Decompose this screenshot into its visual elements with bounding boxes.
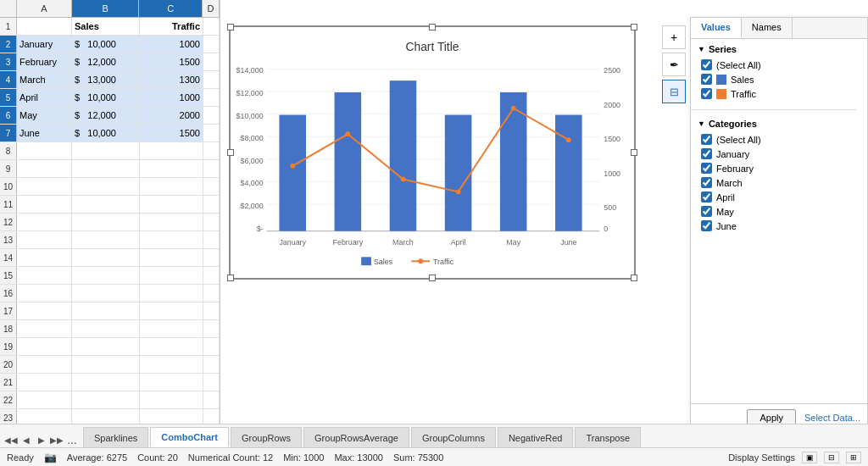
cell-d9[interactable] [203,160,220,177]
tab-names[interactable]: Names [742,18,793,38]
cell-c12[interactable] [140,214,203,230]
cell-a20[interactable] [17,356,72,373]
chart-handle-mr[interactable] [631,149,637,156]
cell-b21[interactable] [72,374,140,391]
cell-c20[interactable] [140,356,203,373]
chart-handle-tr[interactable] [631,24,637,31]
chart-handle-tl[interactable] [227,24,234,31]
tab-sparklines[interactable]: Sparklines [83,427,148,447]
chart-handle-tm[interactable] [429,24,436,31]
col-header-d[interactable]: D [203,0,220,17]
chart-filter-button[interactable]: ⊟ [662,80,686,103]
cell-a7[interactable]: June [17,125,72,141]
series-traffic-checkbox[interactable] [701,88,712,99]
cell-b12[interactable] [72,214,140,230]
chart-handle-bl[interactable] [227,275,234,281]
cell-b9[interactable] [72,160,140,177]
cell-b4[interactable]: $ 13,000 [72,71,140,88]
cell-d6[interactable] [203,107,220,124]
cell-c9[interactable] [140,160,203,177]
cell-c4[interactable]: 1300 [140,71,203,88]
cell-a4[interactable]: March [17,71,72,88]
select-data-link[interactable]: Select Data... [804,413,860,423]
cell-c18[interactable] [140,320,203,337]
tab-negativered[interactable]: NegativeRed [498,427,574,447]
sheet-nav-next[interactable]: ▶ [34,432,49,447]
cell-c14[interactable] [140,249,203,266]
cell-a5[interactable]: April [17,89,72,106]
col-header-c[interactable]: C [139,0,203,17]
cell-d7[interactable] [203,125,220,141]
cell-c17[interactable] [140,302,203,319]
add-chart-element-button[interactable]: + [662,25,686,49]
cell-c2[interactable]: 1000 [140,36,203,53]
cell-a22[interactable] [17,391,72,408]
cell-d13[interactable] [203,231,220,248]
cat-march-checkbox[interactable] [701,177,712,188]
cat-february-checkbox[interactable] [701,163,712,174]
cell-a16[interactable] [17,285,72,302]
cell-d11[interactable] [203,196,220,213]
cell-d21[interactable] [203,374,220,391]
cell-a6[interactable]: May [17,107,72,124]
cell-d12[interactable] [203,214,220,230]
cell-d19[interactable] [203,338,220,355]
sheet-nav-right[interactable]: ▶▶ [49,432,64,447]
series-sales-checkbox[interactable] [701,74,712,85]
sheet-nav-prev[interactable]: ◀ [19,432,34,447]
cell-a14[interactable] [17,249,72,266]
cell-d15[interactable] [203,267,220,284]
cell-d18[interactable] [203,320,220,337]
cell-b22[interactable] [72,391,140,408]
chart-container[interactable]: Chart Title $14,000 $12,000 $10,000 $8,0… [229,25,636,280]
view-page-break-button[interactable]: ⊞ [846,452,861,463]
cell-d16[interactable] [203,285,220,302]
cell-b15[interactable] [72,267,140,284]
cell-c21[interactable] [140,374,203,391]
cell-d8[interactable] [203,142,220,159]
cell-b6[interactable]: $ 12,000 [72,107,140,124]
cell-a1[interactable] [17,18,72,35]
cell-b7[interactable]: $ 10,000 [72,125,140,141]
cell-d14[interactable] [203,249,220,266]
cell-d4[interactable] [203,71,220,88]
cell-b2[interactable]: $ 10,000 [72,36,140,53]
cell-c16[interactable] [140,285,203,302]
chart-handle-br[interactable] [631,275,637,281]
cat-select-all-checkbox[interactable] [701,134,712,145]
cell-d20[interactable] [203,356,220,373]
tab-grouprows[interactable]: GroupRows [231,427,302,447]
cell-a3[interactable]: February [17,53,72,70]
tab-combochart[interactable]: ComboChart [150,427,229,447]
cell-c6[interactable]: 2000 [140,107,203,124]
chart-handle-ml[interactable] [227,149,234,156]
cell-a21[interactable] [17,374,72,391]
chart-style-button[interactable]: ✒ [662,53,686,76]
col-header-a[interactable]: A [17,0,72,17]
view-normal-button[interactable]: ▣ [802,452,817,463]
tab-groupcolumns[interactable]: GroupColumns [411,427,496,447]
cell-a11[interactable] [17,196,72,213]
display-settings[interactable]: Display Settings [728,452,795,463]
cell-a17[interactable] [17,302,72,319]
cell-c15[interactable] [140,267,203,284]
cell-c8[interactable] [140,142,203,159]
cell-c22[interactable] [140,391,203,408]
cell-d10[interactable] [203,178,220,195]
tab-values[interactable]: Values [691,18,742,38]
series-select-all-checkbox[interactable] [701,59,712,70]
tab-transpose[interactable]: Transpose [575,427,641,447]
cell-c10[interactable] [140,178,203,195]
cat-june-checkbox[interactable] [701,220,712,231]
cell-d2[interactable] [203,36,220,53]
cell-d17[interactable] [203,302,220,319]
cell-b16[interactable] [72,285,140,302]
cell-d22[interactable] [203,391,220,408]
cell-b11[interactable] [72,196,140,213]
cell-a10[interactable] [17,178,72,195]
cell-b1[interactable]: Sales [72,18,140,35]
cell-a18[interactable] [17,320,72,337]
col-header-b[interactable]: B [72,0,140,17]
cell-a15[interactable] [17,267,72,284]
cell-a8[interactable] [17,142,72,159]
